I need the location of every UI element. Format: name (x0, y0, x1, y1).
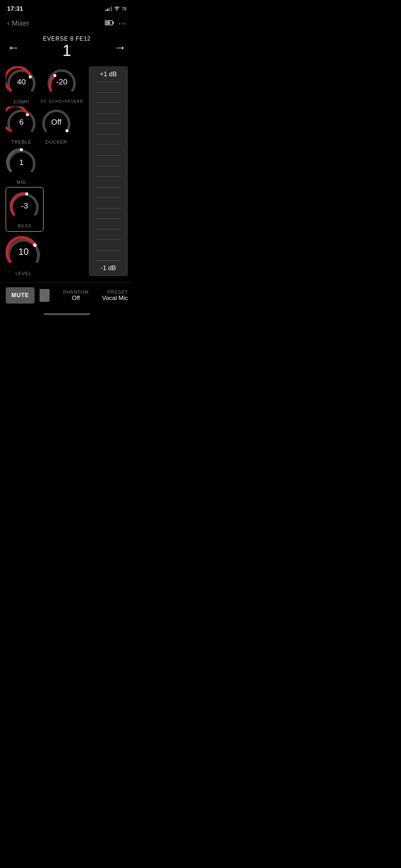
knobs-row-1: 40 COMP -20 FX: Echo+Reverb (6, 66, 85, 104)
phantom-label: PHANTOM (53, 289, 98, 295)
fader-strip[interactable]: +1 dB -1 dB (89, 66, 128, 276)
wifi-icon (114, 6, 120, 12)
ducker-label: DUCKER (46, 139, 67, 145)
back-chevron-icon: ‹ (7, 19, 10, 28)
fader-line (96, 155, 121, 156)
back-button[interactable]: ‹ Mixer (7, 19, 29, 28)
mid-label: MID (17, 180, 26, 185)
fader-bottom-label: -1 dB (101, 262, 116, 276)
nav-right: ⚡ ··· (105, 19, 127, 28)
fx-value: -20 (56, 77, 67, 87)
comp-knob[interactable]: 40 (6, 66, 37, 98)
preset-value: Vocal Mic (102, 295, 128, 301)
fader-line (96, 134, 121, 135)
svg-point-5 (29, 76, 32, 78)
charging-icon: ⚡ (105, 19, 114, 28)
status-bar: 17:31 78 (0, 0, 134, 16)
channel-header: ← EVERSE 8 FE12 1 → (0, 32, 134, 63)
svg-point-10 (25, 192, 28, 195)
fx-knob-container[interactable]: -20 FX: Echo+Reverb (41, 66, 83, 104)
fader-top-label: +1 dB (100, 66, 117, 80)
comp-value: 40 (17, 77, 26, 87)
svg-point-9 (20, 148, 23, 151)
comp-label: COMP (14, 99, 29, 104)
ducker-knob-container[interactable]: Off DUCKER (41, 107, 72, 145)
fx-knob[interactable]: -20 (46, 66, 77, 98)
bass-value: -3 (21, 201, 28, 211)
fader-lines (89, 80, 128, 262)
fader-line (96, 239, 121, 240)
level-knob-container[interactable]: 10 LEVEL (6, 234, 41, 276)
more-icon[interactable]: ··· (118, 19, 127, 27)
fader-line (96, 82, 121, 82)
preset-label: PRESET (102, 289, 128, 295)
next-channel-button[interactable]: → (114, 41, 127, 54)
fader-line (96, 250, 121, 250)
home-bar (44, 313, 90, 315)
svg-point-11 (33, 243, 37, 247)
device-name: EVERSE 8 FE12 (43, 36, 91, 42)
fader-line (96, 145, 121, 145)
svg-rect-2 (113, 22, 114, 24)
channel-number: 1 (43, 42, 91, 59)
fader-line (96, 113, 121, 114)
level-value: 10 (19, 246, 29, 257)
fx-label: FX: Echo+Reverb (41, 99, 83, 103)
status-icons: 78 (106, 6, 127, 12)
knobs-row-2: 6 TREBLE Off DUCKER (6, 107, 85, 145)
prev-channel-button[interactable]: ← (7, 41, 20, 54)
channel-info: EVERSE 8 FE12 1 (43, 36, 91, 59)
fader-line (96, 103, 121, 103)
svg-point-8 (66, 129, 68, 132)
main-content: 40 COMP -20 FX: Echo+Reverb (0, 63, 134, 280)
ducker-value: Off (51, 118, 62, 127)
fader-line (96, 208, 121, 208)
status-time: 17:31 (7, 5, 23, 12)
ducker-knob[interactable]: Off (41, 107, 72, 138)
treble-value: 6 (19, 118, 24, 127)
svg-point-6 (53, 74, 56, 77)
treble-label: TREBLE (11, 139, 32, 145)
nav-bar: ‹ Mixer ⚡ ··· (0, 16, 134, 31)
level-label: LEVEL (15, 271, 31, 276)
treble-knob[interactable]: 6 (6, 107, 37, 138)
phantom-section: PHANTOM Off (53, 289, 98, 302)
knobs-row-3: 1 MID (6, 147, 85, 185)
fader-line (96, 124, 121, 124)
fader-line (96, 197, 121, 198)
knobs-row-5: 10 LEVEL (6, 234, 85, 276)
phantom-value: Off (72, 295, 80, 301)
treble-knob-container[interactable]: 6 TREBLE (6, 107, 37, 145)
fader-line (96, 229, 121, 229)
svg-point-7 (26, 113, 29, 116)
bass-label: BASS (18, 223, 32, 228)
knobs-row-4: -3 BASS (6, 187, 85, 232)
battery-icon: 78 (122, 6, 127, 11)
fader-line (96, 187, 121, 187)
battery-percent: 78 (122, 6, 127, 11)
knobs-area: 40 COMP -20 FX: Echo+Reverb (6, 66, 85, 276)
mid-value: 1 (19, 158, 24, 167)
channel-icon (40, 289, 50, 302)
nav-title: Mixer (12, 19, 29, 27)
svg-text:⚡: ⚡ (107, 21, 111, 25)
mute-button[interactable]: MUTE (6, 287, 35, 304)
bottom-bar: MUTE PHANTOM Off PRESET Vocal Mic (0, 283, 134, 308)
preset-section: PRESET Vocal Mic (102, 289, 128, 302)
signal-icon (106, 7, 112, 11)
mid-knob-container[interactable]: 1 MID (6, 147, 37, 185)
comp-knob-container[interactable]: 40 COMP (6, 66, 37, 104)
bass-knob-container[interactable]: -3 BASS (6, 187, 43, 232)
bass-knob[interactable]: -3 (9, 190, 40, 222)
fader-line (96, 92, 121, 93)
mid-knob[interactable]: 1 (6, 147, 37, 178)
fader-line (96, 176, 121, 177)
fader-line (96, 260, 121, 261)
level-knob[interactable]: 10 (6, 234, 41, 269)
fader-line (96, 166, 121, 166)
svg-point-0 (116, 10, 117, 11)
home-indicator (0, 308, 134, 320)
fader-line (96, 218, 121, 219)
